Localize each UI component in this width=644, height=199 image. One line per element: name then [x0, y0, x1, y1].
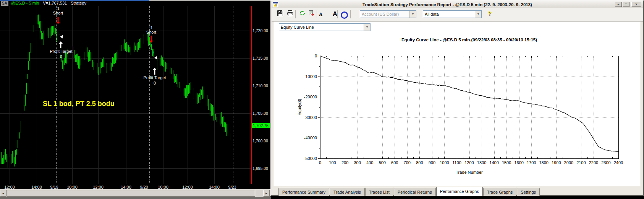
- font-decrease-button[interactable]: A▴: [319, 11, 322, 17]
- report-window: TradeStation Strategy Performance Report…: [270, 0, 644, 196]
- font-decrease-marker-icon: ▴: [320, 11, 322, 20]
- x-tick-label: 700: [404, 160, 411, 165]
- status-badge: SA: [1, 1, 8, 6]
- toolbar-separator: [295, 10, 296, 18]
- x-tick-label: 1000: [440, 160, 449, 165]
- tab-trade-analysis[interactable]: Trade Analysis: [330, 188, 365, 196]
- toolbar: A▴ A▴ Account (US Dollar) ▼ All data ▼ ?: [272, 8, 643, 22]
- chart-title: Equity Curve Line - @ES.D 5 min.(09/22/0…: [401, 38, 537, 42]
- price-axis-label: 1,720.00: [252, 28, 268, 33]
- data-range-select[interactable]: All data ▼: [423, 10, 482, 18]
- profit-target-arrow-icon: [153, 68, 157, 75]
- price-axis-label: 1,715.00: [252, 56, 268, 60]
- short-entry-arrow-icon: [56, 17, 60, 24]
- x-tick-label: 1600: [514, 160, 523, 165]
- equity-curve-line: [320, 56, 618, 152]
- x-tick-label: 2000: [564, 160, 573, 165]
- screen: SA@ES.D - 5 minV=1,767,531Strategy SL 1 …: [0, 0, 644, 199]
- print-button[interactable]: [285, 10, 294, 19]
- x-tick-label: 2100: [576, 160, 586, 165]
- toolbar-separator: [317, 10, 317, 18]
- x-tick-label: 100: [329, 160, 336, 165]
- watermark-text: SL 1 bod, PT 2.5 bodu: [43, 100, 115, 108]
- strategy-label: Strategy: [71, 1, 86, 5]
- y-axis-title: Equity($): [297, 99, 302, 116]
- font-increase-button[interactable]: A▴: [333, 10, 337, 18]
- export-button[interactable]: [307, 10, 316, 19]
- chevron-down-icon: ▼: [409, 11, 416, 18]
- account-select[interactable]: Account (US Dollar) ▼: [360, 10, 416, 18]
- x-tick-label: 200: [341, 160, 348, 165]
- y-tick-label: -40000: [304, 135, 317, 140]
- window-title: TradeStation Strategy Performance Report…: [280, 2, 615, 7]
- tab-trade-graphs[interactable]: Trade Graphs: [483, 188, 516, 196]
- horizontal-scrollbar[interactable]: ◄ ►: [0, 189, 270, 197]
- titlebar[interactable]: TradeStation Strategy Performance Report…: [272, 1, 643, 8]
- tradestation-target-button[interactable]: [340, 10, 349, 19]
- short-label: Short: [146, 30, 156, 35]
- save-button[interactable]: [275, 10, 285, 19]
- scrollbar-thumb[interactable]: [7, 190, 255, 197]
- symbol-label: @ES.D - 5 min: [11, 1, 39, 5]
- toolbar-separator: [350, 10, 351, 18]
- x-tick-label: 2400: [614, 160, 623, 165]
- tab-bar: Performance SummaryTrade AnalysisTrades …: [278, 187, 540, 196]
- chevron-down-icon: ▼: [475, 11, 481, 18]
- help-button[interactable]: ?: [488, 10, 491, 16]
- tab-settings[interactable]: Settings: [517, 188, 540, 196]
- toolbar-separator: [337, 10, 338, 18]
- refresh-button[interactable]: [298, 10, 307, 19]
- x-tick-label: 1500: [502, 160, 511, 165]
- price-axis-label: 1,700.00: [252, 139, 268, 143]
- x-tick-label: 400: [366, 160, 373, 165]
- x-tick-label: 1400: [489, 160, 498, 165]
- font-increase-marker-icon: ▴: [335, 10, 337, 19]
- price-bars: [2, 15, 232, 168]
- blue-ring-icon: [341, 11, 348, 19]
- y-tick-label: -20000: [304, 95, 317, 99]
- price-axis-label: 1,710.00: [252, 83, 268, 88]
- y-tick-label: -30000: [304, 115, 317, 120]
- x-tick-label: 2300: [601, 160, 610, 165]
- maximize-button[interactable]: □: [623, 2, 629, 7]
- profit-target-arrow-icon: [59, 41, 63, 48]
- y-tick-label: 0: [315, 54, 317, 58]
- y-tick-label: -50000: [304, 156, 317, 161]
- price-chart-canvas: [0, 0, 271, 189]
- tab-trades-list[interactable]: Trades List: [365, 188, 393, 196]
- x-tick-label: 2200: [589, 160, 598, 165]
- profit-target-qty-label: 0: [60, 54, 62, 59]
- x-tick-label: 500: [379, 160, 386, 165]
- profit-target-label: Profit Target: [143, 75, 166, 80]
- tab-periodical-returns[interactable]: Periodical Returns: [394, 188, 436, 196]
- scroll-left-button[interactable]: ◄: [0, 190, 6, 197]
- tab-performance-graphs[interactable]: Performance Graphs: [436, 187, 483, 196]
- x-tick-label: 1100: [452, 160, 461, 165]
- minimize-button[interactable]: –: [615, 2, 622, 7]
- x-tick-label: 300: [354, 160, 361, 165]
- price-axis-label: 1,705.00: [252, 111, 268, 116]
- close-button[interactable]: x: [631, 2, 641, 7]
- tab-performance-summary[interactable]: Performance Summary: [278, 188, 329, 196]
- x-tick-label: 1800: [539, 160, 549, 165]
- current-price-tag: 1,702.75: [252, 123, 270, 128]
- profit-target-label: Profit Target: [50, 49, 72, 54]
- graph-type-select[interactable]: Equity Curve Line ▼: [279, 23, 371, 31]
- short-entry-arrow-icon: [149, 36, 153, 43]
- chevron-down-icon: ▼: [364, 24, 370, 31]
- volume-label: V=1,767,531: [43, 1, 67, 5]
- x-axis-title: Trade Number: [456, 170, 483, 175]
- x-tick-label: 900: [429, 160, 435, 165]
- exit-marker-icon: [60, 35, 63, 39]
- short-label: Short: [53, 11, 63, 16]
- equity-curve-chart: Equity Curve Line - @ES.D 5 min.(09/22/0…: [274, 31, 642, 186]
- chart-header: SA@ES.D - 5 minV=1,767,531Strategy: [1, 1, 86, 6]
- scroll-right-button[interactable]: ►: [263, 190, 270, 197]
- y-tick-label: -10000: [304, 74, 317, 79]
- chart-window: SA@ES.D - 5 minV=1,767,531Strategy SL 1 …: [0, 0, 271, 199]
- app-icon: [273, 2, 278, 7]
- window-bottom-edge: [0, 197, 271, 199]
- x-tick-label: 800: [416, 160, 423, 165]
- x-tick-label: 0: [319, 160, 321, 165]
- x-tick-label: 1300: [477, 160, 486, 165]
